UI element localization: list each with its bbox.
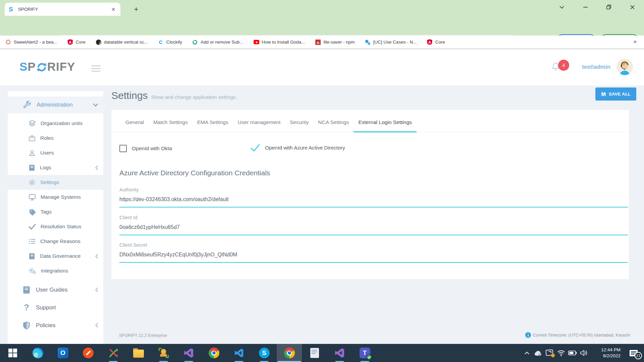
taskbar-git-client[interactable] <box>101 344 126 362</box>
tab-general[interactable]: General <box>121 119 149 132</box>
taskbar-clock[interactable]: 12:44 PM 9/2/2022 <box>592 347 621 359</box>
new-tab-button[interactable]: + <box>131 5 141 14</box>
sidebar-item-data-governance[interactable]: Data Governance <box>8 249 103 263</box>
taskbar-screen-sketch[interactable] <box>151 344 176 362</box>
authority-field[interactable]: Authority https://dev-03246303.okta.com/… <box>119 187 628 207</box>
outlook-icon: O <box>58 348 68 358</box>
donut-icon <box>5 39 11 45</box>
sidebar-item-organization-units[interactable]: Organization units <box>8 116 103 131</box>
chrome-icon <box>284 348 295 358</box>
sidebar-item-logs[interactable]: Logs <box>8 160 103 175</box>
logged-in-username[interactable]: test\admin <box>582 64 610 70</box>
volume-icon[interactable] <box>578 344 590 362</box>
question-icon: ? <box>22 302 31 313</box>
taskbar-visual-studio-2[interactable] <box>327 344 352 362</box>
sidebar-item-policies[interactable]: Policies <box>8 316 103 334</box>
taskbar-teams[interactable]: T <box>352 344 377 362</box>
chevron-down-icon <box>93 104 98 107</box>
info-icon <box>525 332 531 338</box>
check-icon <box>29 224 36 230</box>
sidebar-section-administration[interactable]: Administration <box>8 97 103 113</box>
user-icon <box>29 149 36 157</box>
client-secret-field[interactable]: Client Secret DNx0xMi6seuf5Rzy4yzCEqUnf0… <box>119 242 628 263</box>
bookmarks-overflow-chevron[interactable]: » <box>634 38 637 45</box>
sidebar-item-settings[interactable]: Settings <box>8 175 103 190</box>
sidebar-item-user-guides[interactable]: User Guides <box>8 281 103 299</box>
app-version-label: SPORIFY 22.2 Enterprise <box>119 333 167 338</box>
page-title: Settings <box>111 90 148 101</box>
sidebar-item-users[interactable]: Users <box>8 145 103 160</box>
tab-external-login-settings[interactable]: External Login Settings <box>354 119 416 132</box>
close-window-button[interactable] <box>621 0 644 14</box>
browser-tab[interactable]: S SPORIFY <box>5 3 120 16</box>
rotation-lock-icon[interactable] <box>544 344 555 362</box>
bookmark-youtube[interactable]: How to Install Goda... <box>254 39 305 45</box>
dots-icon <box>365 39 371 45</box>
wifi-icon[interactable] <box>555 344 567 362</box>
tray-chevron-up-icon[interactable] <box>521 344 533 362</box>
battery-icon[interactable] <box>567 344 578 362</box>
bookmark-usecases[interactable]: [UC] Use Cases - N... <box>365 39 417 45</box>
timezone-status: Current Timezone: (UTC+05:00) Islamabad,… <box>525 332 630 338</box>
client-id-field[interactable]: Client Id 0oa6cz6d1ypHeHxu65d7 <box>119 215 628 235</box>
checkbox-unchecked[interactable] <box>119 145 127 152</box>
notification-count-badge[interactable]: 4 <box>558 60 569 71</box>
taskbar-vscode[interactable] <box>226 344 252 362</box>
checkmark-icon[interactable] <box>251 143 260 152</box>
authority-input[interactable]: https://dev-03246303.okta.com/oauth2/def… <box>119 196 628 202</box>
system-tray: 12:44 PM 9/2/2022 21 <box>521 344 644 362</box>
checkbox-openid-okta[interactable]: OpenId with Okta <box>119 145 172 152</box>
youtube-icon <box>254 39 259 45</box>
onedrive-icon[interactable] <box>533 344 544 362</box>
minimize-button[interactable] <box>574 0 597 14</box>
sidebar-item-integrations[interactable]: Integrations <box>8 263 103 278</box>
bookmark-core-1[interactable]: ACore <box>67 39 86 45</box>
taskbar-skype[interactable]: S <box>252 344 277 362</box>
bookmark-clockify[interactable]: CClockify <box>158 39 182 45</box>
client-id-input[interactable]: 0oa6cz6d1ypHeHxu65d7 <box>119 224 628 230</box>
checkbox-openid-azure[interactable]: OpenId with Azure Active Directory <box>251 143 345 152</box>
client-secret-input[interactable]: DNx0xMi6seuf5Rzy4yzCEqUnf0j3yJjnO_QlNd0M <box>119 252 628 258</box>
sidebar-item-resolution-status[interactable]: Resolution Status <box>8 219 103 234</box>
bookmark-datatable[interactable]: datatable vertical sc... <box>96 39 148 45</box>
taskbar-notepad[interactable] <box>302 344 327 362</box>
angular-icon: A <box>427 39 432 45</box>
taskbar-chrome-active[interactable] <box>277 344 302 362</box>
sidebar-item-change-reasons[interactable]: Change Reasons <box>8 234 103 249</box>
taskbar-edge[interactable] <box>25 344 50 362</box>
taskbar-chrome[interactable] <box>201 344 226 362</box>
bookmark-filesaver[interactable]: nfile-saver - npm <box>315 39 355 45</box>
vscode-icon <box>234 348 244 358</box>
restore-button[interactable] <box>597 0 621 14</box>
sidebar-item-manage-systems[interactable]: Manage Systems <box>8 190 103 204</box>
tab-ema-settings[interactable]: EMA Settings <box>193 119 233 132</box>
sidebar-item-roles[interactable]: Roles <box>8 131 103 145</box>
book-icon <box>29 253 35 260</box>
tab-nca-settings[interactable]: NCA Settings <box>313 119 354 132</box>
taskbar-file-explorer[interactable] <box>126 344 151 362</box>
user-avatar[interactable] <box>616 59 633 75</box>
action-center-button[interactable]: 21 <box>623 344 644 362</box>
start-button[interactable] <box>0 344 25 362</box>
bookmark-sweetalert[interactable]: SweetAlert2 - a bea... <box>5 39 57 45</box>
visual-studio-icon <box>183 348 194 358</box>
tab-security[interactable]: Security <box>285 119 313 132</box>
bookmark-subtitles[interactable]: Add or remove Sub... <box>192 39 244 45</box>
settings-card: General Match Settings EMA Settings User… <box>111 110 629 279</box>
taskbar-pen-app[interactable] <box>75 344 101 362</box>
azure-credentials-heading: Azure Active Directory Configuration Cre… <box>119 169 270 177</box>
tab-match-settings[interactable]: Match Settings <box>149 119 193 132</box>
tab-close-icon[interactable] <box>110 6 116 12</box>
save-all-button[interactable]: SAVE ALL <box>595 87 636 101</box>
sidebar-item-support[interactable]: ? Support <box>8 299 103 316</box>
menu-toggle-icon[interactable] <box>91 65 101 72</box>
taskbar-visual-studio[interactable] <box>176 344 201 362</box>
bookmark-core-2[interactable]: ACore <box>427 39 445 45</box>
taskbar-outlook[interactable]: O <box>50 344 75 362</box>
tab-title: SPORIFY <box>18 7 110 12</box>
globe-icon <box>96 39 101 45</box>
tab-user-management[interactable]: User management <box>233 119 285 132</box>
notepad-icon <box>310 348 319 358</box>
window-menu-chevron[interactable] <box>550 0 574 14</box>
sidebar-item-tags[interactable]: Tags <box>8 204 103 219</box>
